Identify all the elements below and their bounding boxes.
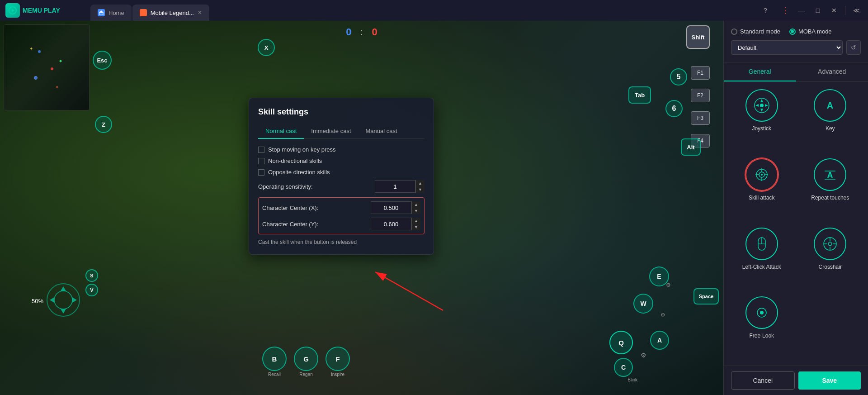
svg-marker-13 <box>760 99 763 102</box>
joystick-label: Joystick <box>752 125 771 132</box>
panel-top: Standard mode MOBA mode Default ↺ <box>724 21 868 62</box>
joystick-icon-wrap <box>745 89 778 122</box>
key-q[interactable]: Q <box>609 331 633 354</box>
control-left-click-attack[interactable]: Left-Click Attack <box>731 228 793 290</box>
char-center-y-up[interactable]: ▲ <box>412 218 420 224</box>
svg-marker-7 <box>61 309 66 314</box>
modal-tabs: Normal cast Immediate cast Manual cast <box>258 124 425 139</box>
key-f2[interactable]: F2 <box>691 89 710 102</box>
cancel-button[interactable]: Cancel <box>731 371 795 390</box>
key-tab[interactable]: Tab <box>628 86 651 104</box>
score-blue: 0 <box>346 26 351 38</box>
checkbox-nondirectional: Non-directional skills <box>258 157 425 164</box>
regen-label: Regen <box>299 372 312 377</box>
checkbox-stop-moving-box[interactable] <box>258 147 264 153</box>
tab-immediate-cast[interactable]: Immediate cast <box>304 124 358 139</box>
char-center-y-input-group: 0.600 ▲ ▼ <box>371 218 420 230</box>
key-z[interactable]: Z <box>95 116 112 133</box>
minimap-dot-blue <box>38 50 41 53</box>
key-f[interactable]: F <box>326 347 350 371</box>
key-b[interactable]: B <box>262 347 287 371</box>
char-center-x-label: Character Center (X): <box>262 205 371 211</box>
key-a[interactable]: A <box>650 331 669 350</box>
key-f3[interactable]: F3 <box>691 111 710 125</box>
sensitivity-up[interactable]: ▲ <box>416 180 425 186</box>
key-v[interactable]: V <box>85 284 98 296</box>
key-f1[interactable]: F1 <box>691 66 710 80</box>
svg-point-17 <box>760 104 764 107</box>
key-shift[interactable]: Shift <box>686 25 710 49</box>
mode-selector: Standard mode MOBA mode <box>731 28 861 35</box>
svg-text:A: A <box>827 100 833 110</box>
checkbox-opposite-box[interactable] <box>258 169 264 176</box>
joystick-area[interactable] <box>45 282 81 318</box>
preset-select[interactable]: Default <box>731 40 843 55</box>
key-6[interactable]: 6 <box>665 100 683 117</box>
control-joystick[interactable]: Joystick <box>731 89 793 151</box>
score-red: 0 <box>372 26 377 38</box>
key-w[interactable]: W <box>633 294 653 314</box>
checkbox-nondirectional-label: Non-directional skills <box>268 157 322 164</box>
right-panel: Standard mode MOBA mode Default ↺ Genera… <box>723 21 868 395</box>
control-repeat-touches[interactable]: A Repeat touches <box>800 158 861 220</box>
svg-marker-15 <box>755 104 759 107</box>
app-logo: MEMU PLAY <box>0 3 90 18</box>
crosshair-label: Crosshair <box>819 264 842 270</box>
skill-attack-label: Skill attack <box>749 195 774 201</box>
tab-game[interactable]: Mobile Legend... ✕ <box>132 5 209 21</box>
svg-marker-1 <box>12 9 14 12</box>
tab-manual-cast[interactable]: Manual cast <box>359 124 405 139</box>
key-alt[interactable]: Alt <box>681 138 701 156</box>
char-center-y-spinners: ▲ ▼ <box>411 218 420 230</box>
char-center-x-spinners: ▲ ▼ <box>411 201 420 214</box>
radio-moba-mode[interactable]: MOBA mode <box>789 28 832 35</box>
char-center-y-row: Character Center (Y): 0.600 ▲ ▼ <box>262 218 420 230</box>
crosshair-icon-wrap <box>814 228 846 260</box>
free-look-label: Free-Look <box>749 333 774 339</box>
svg-point-5 <box>54 291 72 309</box>
back-button[interactable]: ≪ <box>849 3 863 18</box>
controls-grid: Joystick A Key <box>724 82 868 366</box>
menu-button[interactable]: ⋮ <box>778 3 793 18</box>
sensitivity-row: Operating sensitivity: 1 ▲ ▼ <box>258 180 425 193</box>
checkbox-stop-moving: Stop moving on key press <box>258 146 425 153</box>
tab-close-button[interactable]: ✕ <box>198 10 202 16</box>
tab-general[interactable]: General <box>724 62 796 81</box>
main-area: ✦ ✦ ◆ 0 : 0 X Shift F1 F2 F3 <box>0 21 868 395</box>
sensitivity-down[interactable]: ▼ <box>416 186 425 193</box>
radio-standard-mode[interactable]: Standard mode <box>731 28 780 35</box>
minimize-button[interactable]: — <box>794 3 809 18</box>
key-g[interactable]: G <box>294 347 318 371</box>
w-gear-icon: ⚙ <box>660 312 665 318</box>
key-c[interactable]: C <box>614 358 633 377</box>
control-free-look[interactable]: Free-Look <box>731 296 793 358</box>
key-5[interactable]: 5 <box>670 68 687 86</box>
close-button[interactable]: ✕ <box>827 3 841 18</box>
inspire-label: Inspire <box>331 372 344 377</box>
repeat-touches-label: Repeat touches <box>811 195 849 201</box>
control-skill-attack[interactable]: Skill attack <box>731 158 793 220</box>
help-button[interactable]: ? <box>758 3 773 18</box>
key-x[interactable]: X <box>258 39 275 56</box>
preset-row: Default ↺ <box>731 40 861 55</box>
char-center-x-up[interactable]: ▲ <box>412 201 420 208</box>
char-center-x-input-group: 0.500 ▲ ▼ <box>371 201 420 214</box>
maximize-button[interactable]: □ <box>811 3 825 18</box>
checkbox-nondirectional-box[interactable] <box>258 158 264 164</box>
char-center-y-down[interactable]: ▼ <box>412 224 420 230</box>
tab-normal-cast[interactable]: Normal cast <box>258 124 304 139</box>
score-separator: : <box>360 28 363 37</box>
svg-point-33 <box>828 242 832 246</box>
refresh-button[interactable]: ↺ <box>846 40 861 55</box>
panel-bottom: Cancel Save <box>724 366 868 395</box>
control-crosshair[interactable]: Crosshair <box>800 228 861 290</box>
save-button[interactable]: Save <box>798 371 861 390</box>
char-center-x-down[interactable]: ▼ <box>412 208 420 214</box>
repeat-touches-icon-wrap: A <box>814 158 846 191</box>
tab-home[interactable]: Home <box>90 5 132 21</box>
control-key[interactable]: A Key <box>800 89 861 151</box>
key-space[interactable]: Space <box>693 288 719 305</box>
key-s[interactable]: S <box>85 269 98 282</box>
tab-advanced[interactable]: Advanced <box>796 62 868 81</box>
key-esc[interactable]: Esc <box>93 51 112 70</box>
